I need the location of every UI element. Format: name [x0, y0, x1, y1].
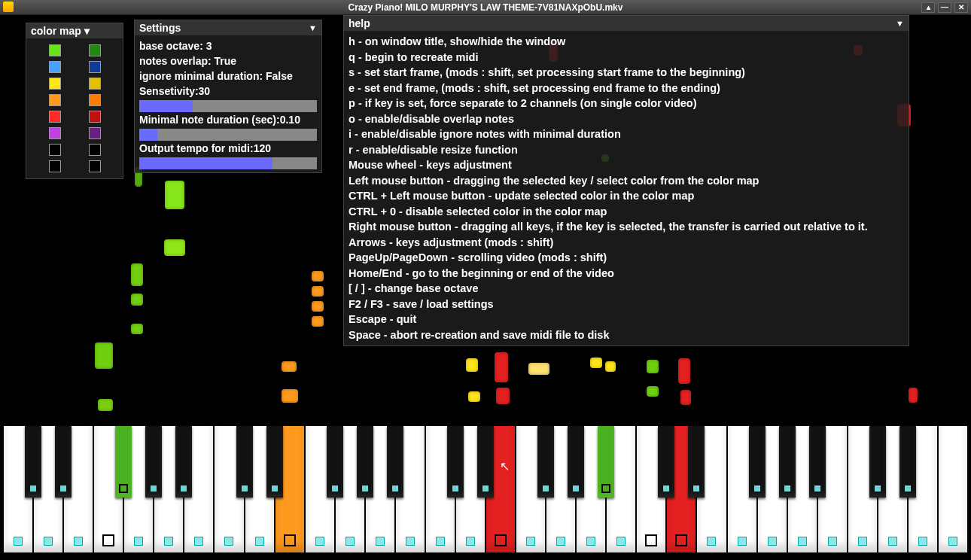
color-swatch[interactable]	[89, 94, 101, 106]
black-key[interactable]	[327, 426, 343, 498]
black-key[interactable]	[115, 426, 132, 498]
black-key[interactable]	[145, 426, 162, 498]
color-swatch[interactable]	[49, 127, 61, 139]
help-header[interactable]: help ▼	[344, 16, 909, 31]
help-line: F2 / F3 - save / load settings	[349, 297, 904, 312]
falling-note	[282, 361, 297, 372]
black-key[interactable]	[749, 426, 766, 498]
falling-note	[282, 389, 298, 403]
help-panel[interactable]: help ▼ h - on window title, show/hide th…	[343, 15, 909, 346]
help-line: PageUp/PageDown - scrolling video (mods …	[349, 250, 904, 266]
black-key[interactable]	[688, 426, 705, 498]
black-key[interactable]	[357, 426, 373, 498]
falling-note	[590, 358, 602, 368]
window-title: Crazy Piano! MILO MURPHY'S LAW THEME-7V8…	[349, 2, 623, 13]
app-icon	[3, 2, 14, 12]
black-key[interactable]	[869, 426, 886, 498]
help-line: e - set end frame, (mods : shift, set pr…	[349, 81, 904, 96]
black-key[interactable]	[447, 426, 464, 498]
color-swatch[interactable]	[49, 94, 61, 106]
key-marker	[557, 537, 565, 545]
color-swatch[interactable]	[49, 160, 61, 172]
key-marker	[14, 537, 22, 545]
black-key[interactable]	[175, 426, 192, 498]
color-swatch[interactable]	[89, 111, 101, 123]
color-swatch[interactable]	[89, 78, 101, 90]
falling-note	[495, 352, 508, 382]
key-marker	[829, 537, 836, 545]
help-line: Right mouse button - dragging all keys, …	[349, 219, 904, 235]
key-marker	[392, 485, 398, 492]
help-line: Arrows - keys adjustment (mods : shift)	[349, 235, 904, 251]
falling-note	[647, 386, 659, 397]
key-marker	[708, 537, 715, 545]
color-swatch[interactable]	[89, 61, 101, 73]
black-key[interactable]	[25, 426, 41, 498]
key-marker	[543, 485, 549, 492]
setting-sensitivity-label: Sensetivity:30	[139, 84, 317, 99]
help-line: [ / ] - change base octave	[349, 281, 904, 297]
black-key[interactable]	[658, 426, 674, 498]
black-key[interactable]	[236, 426, 253, 498]
black-key[interactable]	[387, 426, 403, 498]
falling-note	[647, 360, 659, 373]
falling-note	[164, 239, 185, 256]
color-swatch[interactable]	[49, 111, 61, 123]
color-swatch[interactable]	[49, 78, 61, 90]
key-marker	[30, 485, 36, 492]
key-marker	[875, 485, 881, 492]
tempo-slider[interactable]	[139, 157, 317, 169]
black-key[interactable]	[537, 426, 554, 498]
black-key[interactable]	[477, 426, 494, 498]
setting-ignore-min: ignore minimal duration: False	[139, 68, 317, 84]
help-line: o - enable/disable overlap notes	[349, 111, 904, 127]
color-map-grid	[26, 38, 123, 178]
black-key[interactable]	[266, 426, 283, 498]
black-key[interactable]	[809, 426, 826, 498]
window-close-button[interactable]: ✕	[954, 2, 968, 13]
black-key[interactable]	[568, 426, 584, 498]
help-line: Space - abort re-creation and save midi …	[349, 327, 904, 343]
falling-note	[528, 363, 549, 375]
color-swatch[interactable]	[89, 127, 101, 139]
color-map-header[interactable]: color map ▾	[26, 23, 123, 38]
settings-panel[interactable]: Settings ▼ base octave: 3 notes overlap:…	[134, 20, 322, 173]
white-key[interactable]	[938, 426, 968, 552]
key-marker	[587, 537, 595, 545]
window-up-button[interactable]: ▴	[921, 2, 935, 13]
min-duration-slider[interactable]	[139, 129, 317, 141]
video-canvas[interactable]: color map ▾ Settings ▼ base octave: 3 no…	[3, 15, 968, 557]
color-swatch[interactable]	[89, 160, 101, 172]
color-swatch[interactable]	[49, 61, 61, 73]
color-map-title: color map ▾	[31, 25, 90, 37]
black-key[interactable]	[899, 426, 916, 498]
color-swatch[interactable]	[49, 44, 61, 56]
help-line: Home/End - go to the beginning or end of…	[349, 266, 904, 282]
key-marker	[195, 537, 202, 545]
piano-keyboard[interactable]	[3, 422, 968, 557]
settings-title: Settings	[139, 22, 181, 34]
key-marker	[677, 536, 686, 545]
color-swatch[interactable]	[49, 144, 61, 156]
key-marker	[376, 537, 384, 545]
key-marker	[165, 537, 172, 545]
key-marker	[75, 537, 82, 545]
help-line: h - on window title, show/hide the windo…	[349, 34, 904, 50]
color-map-panel[interactable]: color map ▾	[26, 23, 123, 179]
key-marker	[362, 485, 368, 492]
key-marker	[120, 485, 126, 492]
key-marker	[814, 485, 820, 492]
black-key[interactable]	[55, 426, 72, 498]
settings-header[interactable]: Settings ▼	[135, 20, 321, 35]
sensitivity-slider[interactable]	[139, 100, 317, 112]
black-key[interactable]	[598, 426, 614, 498]
color-swatch[interactable]	[89, 144, 101, 156]
falling-note	[131, 263, 143, 286]
color-swatch[interactable]	[89, 44, 101, 56]
setting-tempo-label: Output tempo for midi:120	[139, 141, 317, 156]
help-line: q - begin to recreate midi	[349, 50, 904, 65]
help-line: Escape - quit	[349, 312, 904, 327]
window-minimize-button[interactable]: —	[938, 2, 951, 13]
black-key[interactable]	[779, 426, 796, 498]
setting-base-octave: base octave: 3	[139, 38, 317, 53]
